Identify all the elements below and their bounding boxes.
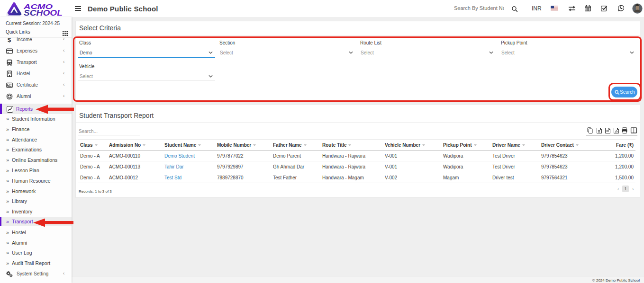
svg-text:SCHOOL: SCHOOL [24,9,63,16]
svg-text:$: $ [8,36,11,43]
